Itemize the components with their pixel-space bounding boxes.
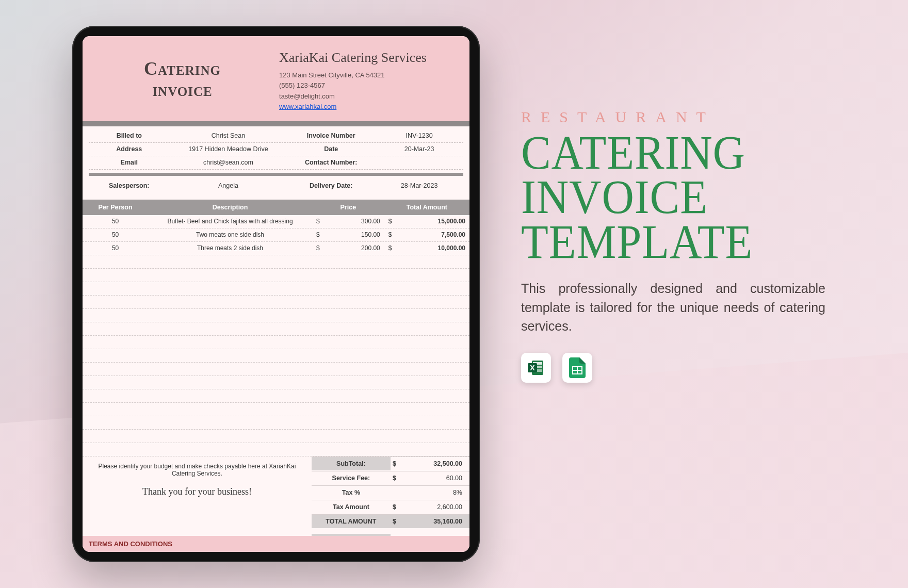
- company-website-link[interactable]: www.xariahkai.com: [279, 103, 336, 110]
- cell-price: 300.00: [327, 216, 384, 227]
- value-subtotal: 32,500.00: [408, 457, 469, 470]
- header-divider: [83, 121, 469, 126]
- meta-divider: [89, 173, 463, 176]
- label-billed-to: Billed to: [89, 130, 170, 141]
- value-service-fee: 60.00: [408, 471, 469, 485]
- cell-per-person: 50: [83, 229, 148, 240]
- line-items-header: Per Person Description Price Total Amoun…: [83, 200, 469, 215]
- company-address: 123 Main Street Cityville, CA 54321: [279, 70, 456, 80]
- col-description: Description: [148, 200, 312, 215]
- cell-currency: $: [384, 229, 399, 240]
- blank-row: [83, 403, 469, 416]
- google-sheets-icon[interactable]: [562, 353, 592, 383]
- value-tax-amount: 2,600.00: [408, 500, 469, 514]
- company-email: taste@delight.com: [279, 91, 456, 102]
- thank-you-note: Thank you for your business!: [92, 486, 302, 497]
- promo-description: This professionally designed and customi…: [521, 279, 825, 335]
- excel-icon[interactable]: X: [521, 353, 551, 383]
- cell-per-person: 50: [83, 242, 148, 254]
- currency-symbol: $: [391, 515, 408, 528]
- blank-row: [83, 443, 469, 456]
- value-billed-to: Christ Sean: [170, 130, 287, 141]
- currency-symbol: $: [391, 500, 408, 514]
- invoice-footer: Please identify your budget and make che…: [83, 456, 469, 548]
- cell-description: Two meats one side dish: [148, 229, 312, 240]
- col-price: Price: [312, 200, 384, 215]
- value-date: 20-Mar-23: [375, 143, 463, 155]
- blank-row: [83, 322, 469, 336]
- payable-note: Please identify your budget and make che…: [92, 463, 302, 477]
- cell-total: 7,500.00: [399, 229, 469, 240]
- blank-row: [83, 389, 469, 403]
- label-invoice-number: Invoice Number: [287, 130, 375, 141]
- invoice-meta: Billed to Christ Sean Invoice Number INV…: [83, 126, 469, 192]
- blank-row: [83, 282, 469, 296]
- value-invoice-number: INV-1230: [375, 130, 463, 141]
- promo-headline: CATERING INVOICE TEMPLATE: [521, 130, 815, 264]
- cell-currency: $: [312, 216, 327, 227]
- cell-currency: $: [312, 242, 327, 254]
- invoice-title: Catering invoice: [144, 58, 221, 101]
- label-address: Address: [89, 143, 170, 155]
- invoice-title-line1: Catering: [144, 58, 221, 79]
- label-contact: Contact Number:: [287, 157, 375, 168]
- svg-text:X: X: [530, 364, 535, 372]
- company-phone: (555) 123-4567: [279, 80, 456, 91]
- blank-row: [83, 416, 469, 430]
- line-items-body: 50Buffet- Beef and Chick fajitas with al…: [83, 215, 469, 456]
- cell-currency: $: [384, 242, 399, 254]
- value-address: 1917 Hidden Meadow Drive: [170, 143, 287, 155]
- value-tax-percent: 8%: [408, 486, 469, 499]
- cell-total: 15,000.00: [399, 216, 469, 227]
- invoice-title-line2: invoice: [152, 79, 212, 100]
- format-badges: X: [521, 353, 841, 383]
- currency-symbol: $: [391, 471, 408, 485]
- line-item: 50Two meats one side dish$150.00$7,500.0…: [83, 228, 469, 242]
- blank-row: [83, 349, 469, 363]
- cell-price: 150.00: [327, 229, 384, 240]
- blank-row: [83, 269, 469, 282]
- tablet-mockup: Catering invoice XariaKai Catering Servi…: [72, 26, 480, 562]
- promo-panel: RESTAURANT CATERING INVOICE TEMPLATE Thi…: [521, 108, 841, 383]
- blank-row: [83, 336, 469, 349]
- value-salesperson: Angela: [170, 180, 287, 191]
- label-subtotal: SubTotal:: [312, 457, 391, 470]
- currency-symbol: $: [391, 457, 408, 470]
- value-email: christ@sean.com: [170, 157, 287, 168]
- blank-row: [83, 430, 469, 443]
- blank-row: [83, 255, 469, 269]
- label-tax-amount: Tax Amount: [312, 500, 391, 514]
- label-tax-percent: Tax %: [312, 486, 391, 499]
- label-email: Email: [89, 157, 170, 168]
- cell-total: 10,000.00: [399, 242, 469, 254]
- col-per-person: Per Person: [83, 200, 148, 215]
- blank-row: [83, 376, 469, 389]
- line-item: 50Three meats 2 side dish$200.00$10,000.…: [83, 242, 469, 255]
- cell-description: Buffet- Beef and Chick fajitas with all …: [148, 216, 312, 227]
- cell-description: Three meats 2 side dish: [148, 242, 312, 254]
- cell-per-person: 50: [83, 216, 148, 227]
- company-name: XariaKai Catering Services: [279, 47, 456, 68]
- label-delivery-date: Delivery Date:: [287, 180, 375, 191]
- terms-heading: TERMS AND CONDITIONS: [83, 536, 469, 552]
- invoice-header: Catering invoice XariaKai Catering Servi…: [83, 36, 469, 121]
- blank-row: [83, 309, 469, 322]
- blank-row: [83, 296, 469, 309]
- col-total: Total Amount: [384, 200, 469, 215]
- line-item: 50Buffet- Beef and Chick fajitas with al…: [83, 215, 469, 228]
- promo-eyebrow: RESTAURANT: [521, 108, 841, 126]
- cell-currency: $: [384, 216, 399, 227]
- value-contact: [375, 160, 463, 165]
- value-total-amount: 35,160.00: [408, 515, 469, 528]
- cell-currency: $: [312, 229, 327, 240]
- label-total-amount: TOTAL AMOUNT: [312, 515, 391, 528]
- label-date: Date: [287, 143, 375, 155]
- label-service-fee: Service Fee:: [312, 471, 391, 485]
- value-delivery-date: 28-Mar-2023: [375, 180, 463, 191]
- blank-row: [83, 363, 469, 376]
- label-salesperson: Salesperson:: [89, 180, 170, 191]
- cell-price: 200.00: [327, 242, 384, 254]
